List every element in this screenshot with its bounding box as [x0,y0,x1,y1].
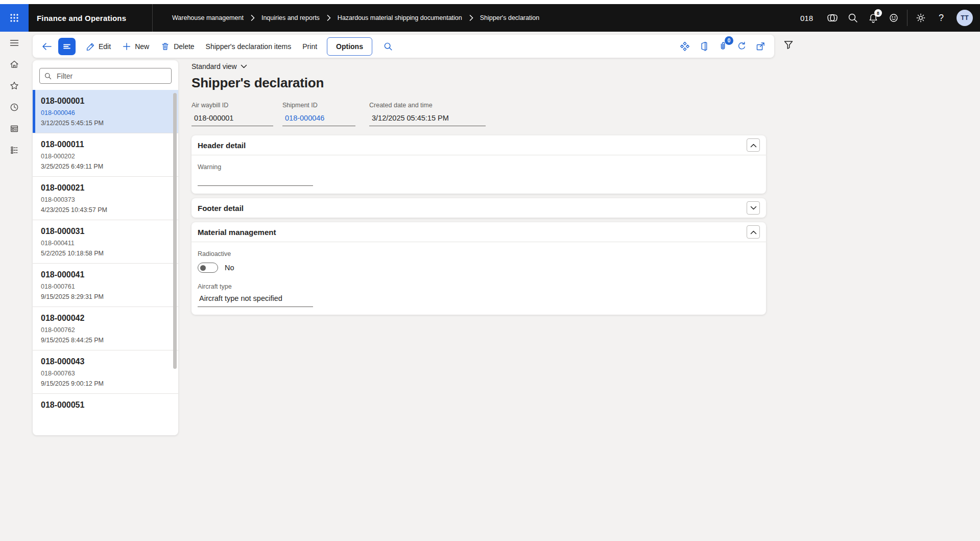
list-item[interactable]: 018-000041 018-000761 9/15/2025 8:29:31 … [33,263,178,307]
gear-icon [915,12,926,23]
list-item[interactable]: 018-000021 018-000373 4/23/2025 10:43:57… [33,176,178,220]
list-item[interactable]: 018-000011 018-000202 3/25/2025 6:49:11 … [33,133,178,176]
new-button[interactable]: New [116,38,155,55]
shipment-id-label: Shipment ID [282,102,355,109]
action-bar: Edit New Delete Shipper's declaration it… [33,35,774,58]
view-selector[interactable]: Standard view [192,62,247,70]
record-id: 018-000042 [41,314,171,323]
arrow-left-icon [41,41,52,52]
list-item[interactable]: 018-000042 018-000762 9/15/2025 8:44:25 … [33,307,178,350]
sidebar-item-favorites[interactable] [3,76,26,96]
refresh-icon [736,41,747,52]
options-button[interactable]: Options [327,37,372,56]
air-waybill-field: Air waybill ID 018-000001 [192,102,273,126]
expand-footer-detail-button[interactable] [747,201,760,215]
record-shipment-id: 018-000411 [41,240,171,247]
open-in-office-button[interactable] [695,38,712,55]
sidebar-item-modules[interactable] [3,140,26,160]
radioactive-label: Radioactive [198,250,231,257]
radioactive-value: No [225,264,234,272]
expand-navigation-button[interactable] [3,33,26,53]
breadcrumb-warehouse-management[interactable]: Warehouse management [172,14,244,21]
topbar-actions: 018 8 [800,8,980,28]
topbar-divider [907,10,907,26]
open-new-window-icon [755,41,766,52]
collapse-material-management-button[interactable] [747,225,760,239]
list-item[interactable]: 018-000043 018-000763 9/15/2025 9:00:12 … [33,350,178,393]
material-management-section-header[interactable]: Material management [192,222,766,242]
trash-icon [160,41,170,51]
record-id: 018-000043 [41,357,171,366]
warning-label: Warning [198,163,221,171]
copilot-icon [826,12,839,24]
list-filter-field[interactable] [39,68,172,84]
edit-button-label: Edit [99,42,111,51]
related-info-button[interactable] [676,38,694,55]
aircraft-type-label: Aircraft type [198,283,232,290]
record-shipment-id: 018-000202 [41,153,171,160]
notification-count-badge: 8 [874,9,882,17]
toggle-list-pane-button[interactable] [58,38,76,55]
actionbar-search-button[interactable] [379,38,397,55]
footer-detail-section: Footer detail [192,198,766,218]
topbar-divider [152,4,153,32]
filter-pane-button[interactable] [780,36,797,54]
breadcrumb-inquiries-reports[interactable]: Inquiries and reports [261,14,320,21]
list-item[interactable]: 018-000031 018-000411 5/2/2025 10:18:58 … [33,220,178,263]
edit-button[interactable]: Edit [80,38,116,55]
print-button[interactable]: Print [297,38,323,55]
header-detail-title: Header detail [198,141,246,150]
shipment-id-value[interactable]: 018-000046 [282,114,355,126]
warning-value[interactable] [198,172,313,186]
header-detail-section-header[interactable]: Header detail [192,135,766,155]
sidebar-item-home[interactable] [3,54,26,75]
user-avatar[interactable]: TT [957,10,973,26]
feedback-button[interactable] [883,8,904,28]
home-icon [9,59,20,70]
attachments-button[interactable]: 0 [714,38,731,55]
sidebar-item-workspaces[interactable] [3,119,26,139]
help-button[interactable]: ? [931,8,951,28]
record-date: 5/2/2025 10:18:58 PM [41,250,171,257]
record-shipment-id: 018-000763 [41,370,171,377]
footer-detail-section-header[interactable]: Footer detail [192,198,766,218]
header-detail-section: Header detail Warning [192,135,766,194]
delete-button[interactable]: Delete [155,38,200,55]
list-item[interactable]: 018-000001 018-000046 3/12/2025 5:45:15 … [33,90,178,133]
list-scrollbar[interactable] [173,93,177,369]
open-in-new-window-button[interactable] [752,38,769,55]
record-id: 018-000041 [41,270,171,279]
header-fields: Air waybill ID 018-000001 Shipment ID 01… [192,102,766,126]
modules-list-icon [9,145,20,156]
radioactive-toggle[interactable] [198,263,218,273]
app-launcher-button[interactable] [0,4,29,32]
app-brand[interactable]: Finance and Operations [29,14,138,22]
created-date-label: Created date and time [369,102,486,109]
list-item[interactable]: 018-000051 [33,393,178,419]
sidebar-item-recent[interactable] [3,97,26,117]
chevron-up-icon [750,143,757,148]
new-button-label: New [135,42,149,51]
search-icon [847,12,858,23]
search-button[interactable] [843,8,863,28]
air-waybill-label: Air waybill ID [192,102,273,109]
back-button[interactable] [38,38,55,55]
plus-icon [122,42,131,51]
created-date-value[interactable]: 3/12/2025 05:45:15 PM [369,114,486,126]
breadcrumb-hazardous-material[interactable]: Hazardous material shipping documentatio… [338,14,462,21]
shippers-declaration-items-button[interactable]: Shipper's declaration items [200,38,297,55]
form-window-icon [9,123,20,134]
record-date: 9/15/2025 8:29:31 PM [41,293,171,300]
record-date: 3/12/2025 5:45:15 PM [41,120,171,127]
refresh-button[interactable] [733,38,750,55]
aircraft-type-value[interactable]: Aircraft type not specified [198,293,313,307]
record-id: 018-000011 [41,140,171,149]
breadcrumb-shippers-declaration[interactable]: Shipper's declaration [480,14,539,21]
filter-input[interactable] [56,72,167,81]
copilot-button[interactable] [822,8,843,28]
settings-button[interactable] [911,8,931,28]
notifications-button[interactable]: 8 [863,8,883,28]
collapse-header-detail-button[interactable] [747,138,760,152]
record-shipment-id: 018-000762 [41,326,171,334]
air-waybill-value[interactable]: 018-000001 [192,114,273,126]
